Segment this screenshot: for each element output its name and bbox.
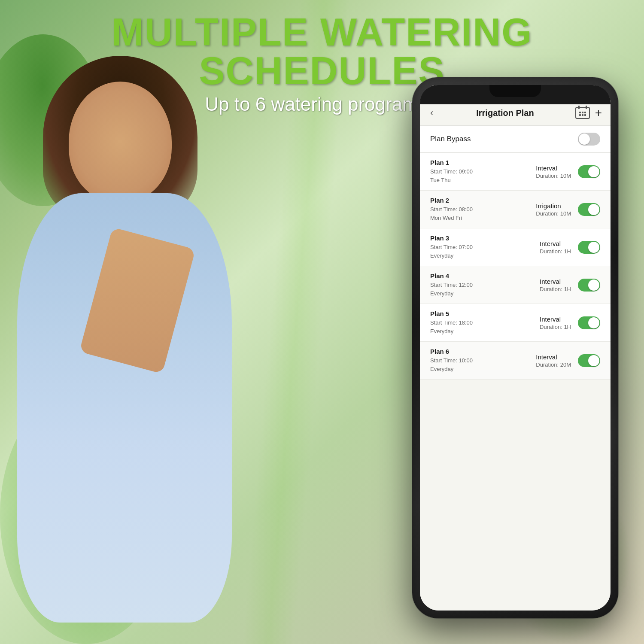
plan-right-3: Interval Duration: 1H bbox=[540, 240, 600, 255]
plan-duration-4: Duration: 1H bbox=[540, 286, 571, 292]
plan-left-2: Plan 2 Start Time: 08:00 Mon Wed Fri bbox=[430, 197, 536, 222]
plan-type-name-2: Irrigation bbox=[536, 202, 571, 210]
plan-toggle-1[interactable] bbox=[578, 165, 600, 178]
plan-right-6: Interval Duration: 20M bbox=[536, 353, 600, 368]
person-figure bbox=[9, 56, 275, 644]
calendar-button[interactable] bbox=[575, 107, 590, 119]
cal-line-1 bbox=[579, 112, 586, 113]
plan-type-1: Interval Duration: 10M bbox=[536, 164, 571, 179]
phone-shell: 14:32 ✱ ▐▐▐ ((·)) ⚡ ‹ Irrigation Plan bbox=[412, 77, 618, 618]
plan-days-1: Tue Thu bbox=[430, 176, 536, 185]
plan-right-1: Interval Duration: 10M bbox=[536, 164, 600, 179]
calendar-lines bbox=[579, 112, 586, 116]
plan-toggle-3[interactable] bbox=[578, 241, 600, 254]
plan-right-5: Interval Duration: 1H bbox=[540, 316, 600, 330]
toggle-thumb-3 bbox=[588, 242, 599, 253]
plan-row-1[interactable]: Plan 1 Start Time: 09:00 Tue Thu Interva… bbox=[420, 153, 611, 191]
plan-start-time-6: Start Time: 10:00 bbox=[430, 356, 536, 365]
plan-type-5: Interval Duration: 1H bbox=[540, 316, 571, 330]
plan-left-4: Plan 4 Start Time: 12:00 Everyday bbox=[430, 272, 540, 298]
toggle-thumb-4 bbox=[588, 279, 599, 291]
plan-name-6: Plan 6 bbox=[430, 348, 536, 355]
toggle-thumb-1 bbox=[588, 166, 599, 177]
header-action-icons: + bbox=[575, 107, 602, 119]
plan-type-name-3: Interval bbox=[540, 240, 571, 247]
plan-row-2[interactable]: Plan 2 Start Time: 08:00 Mon Wed Fri Irr… bbox=[420, 191, 611, 228]
plan-days-3: Everyday bbox=[430, 252, 540, 260]
plan-start-time-3: Start Time: 07:00 bbox=[430, 243, 540, 252]
plan-duration-1: Duration: 10M bbox=[536, 173, 571, 179]
plan-row-3[interactable]: Plan 3 Start Time: 07:00 Everyday Interv… bbox=[420, 228, 611, 266]
toggle-thumb bbox=[579, 134, 590, 145]
plan-days-2: Mon Wed Fri bbox=[430, 214, 536, 222]
plan-type-4: Interval Duration: 1H bbox=[540, 278, 571, 292]
plan-days-6: Everyday bbox=[430, 365, 536, 374]
app-header: ‹ Irrigation Plan bbox=[420, 102, 611, 126]
plan-type-3: Interval Duration: 1H bbox=[540, 240, 571, 255]
plan-days-4: Everyday bbox=[430, 289, 540, 298]
plan-toggle-4[interactable] bbox=[578, 279, 600, 292]
app-content: Plan Bypass Plan 1 Start Time: 09:00 Tue… bbox=[420, 126, 611, 611]
plan-type-name-6: Interval bbox=[536, 353, 571, 361]
plan-row-5[interactable]: Plan 5 Start Time: 18:00 Everyday Interv… bbox=[420, 304, 611, 342]
cal-line-2 bbox=[579, 114, 586, 116]
plan-toggle-5[interactable] bbox=[578, 316, 600, 329]
plan-duration-6: Duration: 20M bbox=[536, 361, 571, 368]
plan-left-6: Plan 6 Start Time: 10:00 Everyday bbox=[430, 348, 536, 373]
plan-toggle-2[interactable] bbox=[578, 203, 600, 216]
toggle-thumb-5 bbox=[588, 317, 599, 328]
sub-title-text: Up to 6 watering programs bbox=[205, 94, 427, 115]
app-title-text: Irrigation Plan bbox=[435, 108, 575, 118]
plan-days-5: Everyday bbox=[430, 327, 540, 336]
phone-screen: 14:32 ✱ ▐▐▐ ((·)) ⚡ ‹ Irrigation Plan bbox=[420, 85, 611, 611]
plan-type-6: Interval Duration: 20M bbox=[536, 353, 571, 368]
back-button[interactable]: ‹ bbox=[428, 106, 435, 120]
camera-notch bbox=[489, 85, 541, 97]
phone-mockup: 14:32 ✱ ▐▐▐ ((·)) ⚡ ‹ Irrigation Plan bbox=[412, 77, 618, 618]
plan-name-4: Plan 4 bbox=[430, 272, 540, 279]
add-plan-button[interactable]: + bbox=[595, 107, 602, 119]
plan-right-4: Interval Duration: 1H bbox=[540, 278, 600, 292]
plans-list: Plan 1 Start Time: 09:00 Tue Thu Interva… bbox=[420, 153, 611, 380]
plan-start-time-1: Start Time: 09:00 bbox=[430, 167, 536, 176]
plan-type-name-1: Interval bbox=[536, 164, 571, 172]
plan-type-2: Irrigation Duration: 10M bbox=[536, 202, 571, 217]
plan-start-time-4: Start Time: 12:00 bbox=[430, 281, 540, 289]
plan-duration-2: Duration: 10M bbox=[536, 210, 571, 217]
plan-duration-3: Duration: 1H bbox=[540, 248, 571, 255]
plan-start-time-2: Start Time: 08:00 bbox=[430, 205, 536, 214]
plan-start-time-5: Start Time: 18:00 bbox=[430, 319, 540, 327]
plan-left-3: Plan 3 Start Time: 07:00 Everyday bbox=[430, 234, 540, 260]
plan-bypass-label: Plan Bypass bbox=[430, 135, 471, 143]
toggle-thumb-2 bbox=[588, 204, 599, 215]
phone-notch-area bbox=[420, 85, 611, 104]
plan-left-5: Plan 5 Start Time: 18:00 Everyday bbox=[430, 310, 540, 335]
plan-type-name-5: Interval bbox=[540, 316, 571, 323]
plan-right-2: Irrigation Duration: 10M bbox=[536, 202, 600, 217]
plan-toggle-6[interactable] bbox=[578, 354, 600, 367]
plan-left-1: Plan 1 Start Time: 09:00 Tue Thu bbox=[430, 159, 536, 184]
plan-duration-5: Duration: 1H bbox=[540, 324, 571, 330]
plan-name-1: Plan 1 bbox=[430, 159, 536, 166]
plan-type-name-4: Interval bbox=[540, 278, 571, 285]
toggle-thumb-6 bbox=[588, 355, 599, 366]
plan-name-2: Plan 2 bbox=[430, 197, 536, 204]
plan-bypass-toggle[interactable] bbox=[578, 133, 600, 146]
plan-name-3: Plan 3 bbox=[430, 234, 540, 242]
plan-row-4[interactable]: Plan 4 Start Time: 12:00 Everyday Interv… bbox=[420, 266, 611, 304]
plan-row-6[interactable]: Plan 6 Start Time: 10:00 Everyday Interv… bbox=[420, 342, 611, 380]
plan-name-5: Plan 5 bbox=[430, 310, 540, 317]
plan-bypass-row[interactable]: Plan Bypass bbox=[420, 126, 611, 153]
